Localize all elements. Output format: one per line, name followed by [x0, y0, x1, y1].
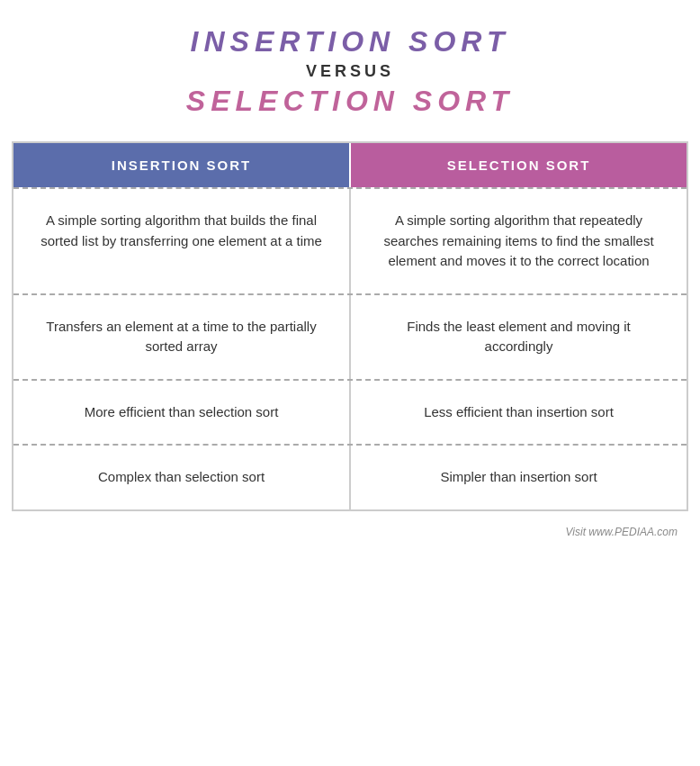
cell-row1-left: A simple sorting algorithm that builds t…	[13, 189, 351, 293]
cell-row1-right: A simple sorting algorithm that repeated…	[351, 189, 687, 293]
table-row: More efficient than selection sort Less …	[13, 379, 687, 445]
header-section: INSERTION SORT VERSUS SELECTION SORT	[0, 0, 700, 132]
title-versus: VERSUS	[18, 62, 682, 81]
column-header-right: SELECTION SORT	[351, 143, 687, 187]
cell-row2-right: Finds the least element and moving it ac…	[351, 295, 687, 379]
footer-note: Visit www.PEDIAA.com	[12, 520, 688, 544]
table-header: INSERTION SORT SELECTION SORT	[13, 143, 687, 187]
title-insertion: INSERTION SORT	[18, 25, 682, 59]
comparison-table: INSERTION SORT SELECTION SORT A simple s…	[12, 141, 688, 511]
table-row: A simple sorting algorithm that builds t…	[13, 187, 687, 293]
cell-row3-right: Less efficient than insertion sort	[351, 381, 687, 445]
table-row: Transfers an element at a time to the pa…	[13, 293, 687, 379]
cell-row2-left: Transfers an element at a time to the pa…	[13, 295, 351, 379]
cell-row4-right: Simpler than insertion sort	[351, 446, 687, 509]
table-row: Complex than selection sort Simpler than…	[13, 444, 687, 509]
cell-row4-left: Complex than selection sort	[13, 446, 351, 509]
title-selection: SELECTION SORT	[18, 85, 682, 118]
column-header-left: INSERTION SORT	[13, 143, 351, 187]
cell-row3-left: More efficient than selection sort	[13, 381, 351, 445]
